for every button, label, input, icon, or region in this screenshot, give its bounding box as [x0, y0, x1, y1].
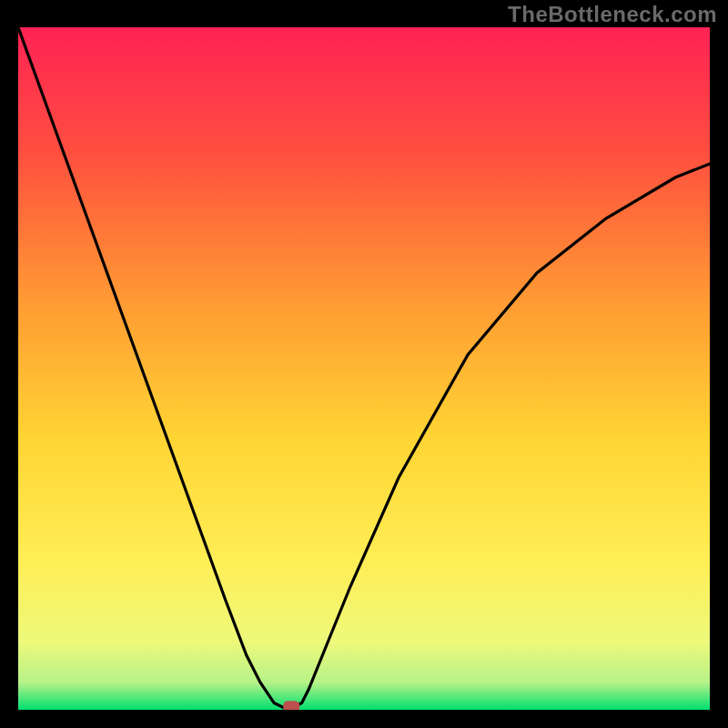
watermark-text: TheBottleneck.com — [508, 2, 717, 27]
plot-area — [18, 27, 710, 710]
optimal-point-marker — [283, 701, 299, 710]
gradient-background — [18, 27, 710, 710]
chart-svg — [18, 27, 710, 710]
chart-frame: TheBottleneck.com — [0, 0, 728, 728]
